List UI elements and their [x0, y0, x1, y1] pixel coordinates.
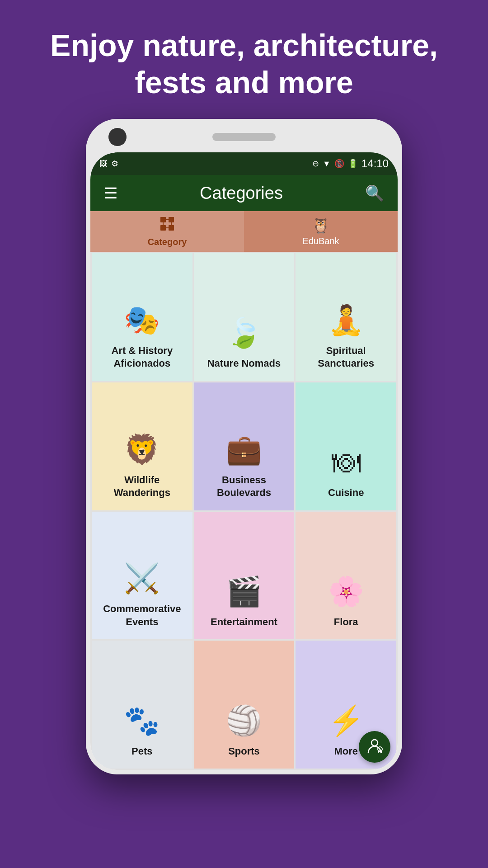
- tab-category-label: Category: [148, 237, 187, 247]
- menu-icon[interactable]: ☰: [104, 184, 117, 202]
- category-entertainment[interactable]: 🎬 Entertainment: [194, 512, 295, 640]
- status-time: 14:10: [361, 157, 389, 170]
- edubank-tab-icon: 🦉: [312, 217, 330, 234]
- screen-inner: 🎭 Art & History Aficionados 🍃 Nature Nom…: [90, 252, 398, 770]
- phone-screen: 🖼 ⚙ ⊖ ▼ 📵 🔋 14:10 ☰ Categories 🔍: [90, 152, 398, 770]
- battery-icon: 🔋: [348, 159, 358, 169]
- category-flora[interactable]: 🌸 Flora: [296, 512, 396, 640]
- more-icon: ⚡: [328, 704, 364, 738]
- entertainment-icon: 🎬: [226, 575, 262, 609]
- category-commemorative[interactable]: ⚔️ Commemorative Events: [92, 512, 192, 640]
- business-icon: 💼: [226, 433, 262, 467]
- minus-circle-icon: ⊖: [312, 159, 319, 169]
- search-icon[interactable]: 🔍: [365, 184, 384, 202]
- tab-edubank[interactable]: 🦉 EduBank: [244, 211, 398, 252]
- svg-rect-2: [160, 225, 166, 231]
- commemorative-icon: ⚔️: [124, 561, 160, 595]
- wifi-icon: ▼: [323, 159, 331, 169]
- entertainment-label: Entertainment: [211, 616, 277, 629]
- business-label: Business Boulevards: [201, 474, 288, 500]
- nature-nomads-icon: 🍃: [226, 316, 262, 350]
- category-cuisine[interactable]: 🍽 Cuisine: [296, 382, 396, 510]
- fab-button[interactable]: [359, 731, 390, 763]
- status-icons-left: 🖼 ⚙: [99, 159, 118, 169]
- wildlife-label: Wildlife Wanderings: [99, 474, 186, 500]
- status-bar: 🖼 ⚙ ⊖ ▼ 📵 🔋 14:10: [90, 152, 398, 175]
- commemorative-label: Commemorative Events: [99, 603, 186, 628]
- phone-camera: [108, 128, 127, 146]
- signal-icon: 📵: [334, 159, 344, 169]
- sports-icon: 🏐: [226, 704, 262, 738]
- tab-bar: Category 🦉 EduBank: [90, 211, 398, 252]
- category-sports[interactable]: 🏐 Sports: [194, 641, 295, 769]
- app-title: Categories: [200, 184, 283, 203]
- nature-nomads-label: Nature Nomads: [207, 357, 281, 370]
- svg-point-8: [371, 740, 378, 746]
- spiritual-label: Spiritual Sanctuaries: [302, 344, 389, 370]
- settings-icon: ⚙: [111, 159, 118, 169]
- pets-label: Pets: [131, 745, 152, 758]
- category-tab-icon: [159, 216, 175, 235]
- category-business[interactable]: 💼 Business Boulevards: [194, 382, 295, 510]
- app-bar: ☰ Categories 🔍: [90, 175, 398, 211]
- image-icon: 🖼: [99, 159, 108, 169]
- tab-edubank-label: EduBank: [302, 236, 339, 246]
- svg-rect-3: [169, 225, 174, 231]
- category-nature-nomads[interactable]: 🍃 Nature Nomads: [194, 253, 295, 381]
- category-pets[interactable]: 🐾 Pets: [92, 641, 192, 769]
- flora-icon: 🌸: [328, 575, 364, 609]
- wildlife-icon: 🦁: [124, 433, 160, 467]
- art-history-label: Art & History Aficionados: [99, 344, 186, 370]
- category-art-history[interactable]: 🎭 Art & History Aficionados: [92, 253, 192, 381]
- cuisine-label: Cuisine: [328, 486, 364, 500]
- spiritual-icon: 🧘: [328, 303, 364, 337]
- category-spiritual[interactable]: 🧘 Spiritual Sanctuaries: [296, 253, 396, 381]
- status-icons-right: ⊖ ▼ 📵 🔋 14:10: [312, 157, 389, 170]
- phone-notch: [90, 123, 398, 151]
- category-grid: 🎭 Art & History Aficionados 🍃 Nature Nom…: [90, 252, 398, 770]
- phone-mockup: 🖼 ⚙ ⊖ ▼ 📵 🔋 14:10 ☰ Categories 🔍: [86, 119, 402, 774]
- fab-icon: [366, 736, 384, 758]
- hero-text: Enjoy nature, architecture, fests and mo…: [0, 0, 488, 119]
- art-history-icon: 🎭: [124, 303, 160, 337]
- flora-label: Flora: [334, 616, 358, 629]
- phone-speaker: [212, 133, 276, 141]
- pets-icon: 🐾: [124, 704, 160, 738]
- category-wildlife[interactable]: 🦁 Wildlife Wanderings: [92, 382, 192, 510]
- sports-label: Sports: [228, 745, 260, 758]
- tab-category[interactable]: Category: [90, 211, 244, 252]
- more-label: More: [334, 745, 358, 758]
- cuisine-icon: 🍽: [332, 446, 361, 479]
